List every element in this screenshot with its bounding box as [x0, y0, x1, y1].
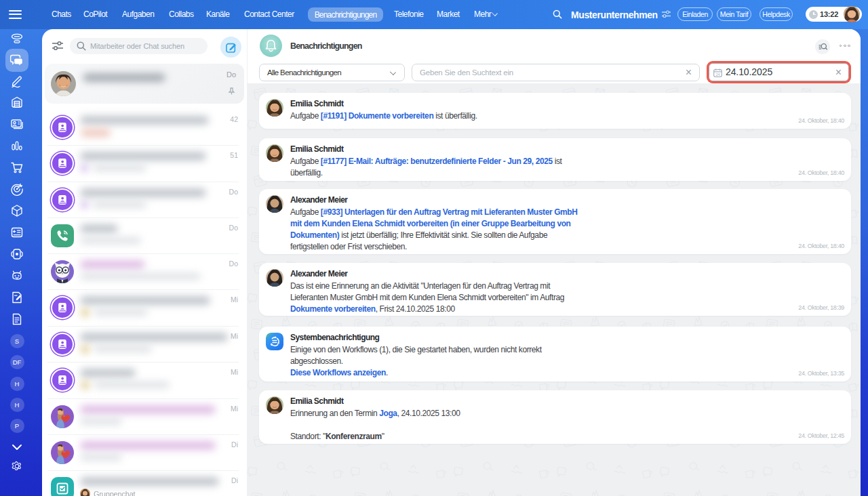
svg-text:24: 24: [716, 73, 720, 77]
